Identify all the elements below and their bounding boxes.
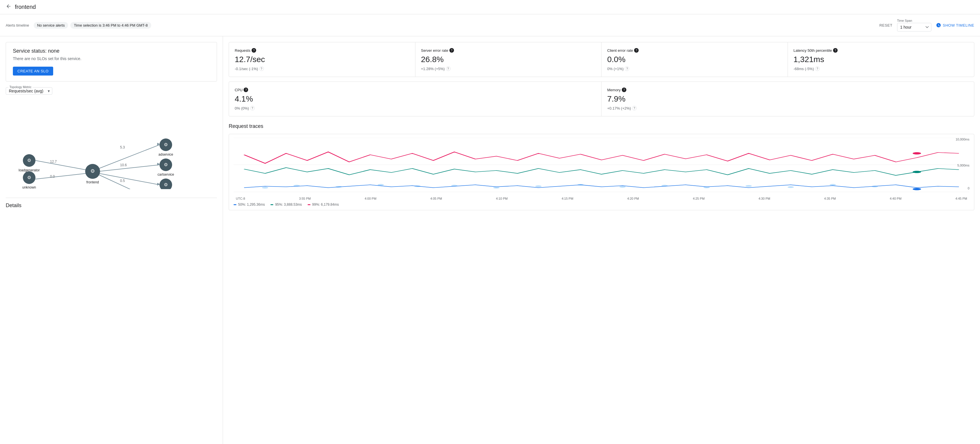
- x-label-2: 4:00 PM: [365, 197, 377, 200]
- metric-help-client-error[interactable]: ?: [634, 48, 639, 53]
- y-max-label: 10,000ms: [956, 137, 969, 141]
- metric-change-client-error: 0% (+1%) ?: [607, 66, 782, 71]
- x-label-10: 4:40 PM: [890, 197, 901, 200]
- metric-header-client-error: Client error rate ?: [607, 48, 782, 53]
- metric-change-server-error: +1.28% (+5%) ?: [421, 66, 596, 71]
- traces-chart-container: 10,000ms 5,000ms 0: [229, 134, 974, 210]
- alerts-timeline-label: Alerts timeline: [6, 23, 29, 27]
- x-label-11: 4:45 PM: [955, 197, 967, 200]
- time-span-select[interactable]: 1 hour 6 hours 1 day 7 days: [897, 23, 931, 32]
- metric-label-server-error: Server error rate: [421, 48, 448, 53]
- traces-section: Request traces 10,000ms 5,000ms 0: [229, 123, 974, 210]
- svg-line-2: [99, 145, 159, 169]
- metric-value-memory: 7.9%: [607, 94, 968, 104]
- metric-change-help-latency[interactable]: ?: [815, 66, 819, 71]
- svg-point-49: [746, 185, 752, 187]
- svg-text:0.0: 0.0: [50, 174, 55, 179]
- legend-dot-99: [308, 204, 310, 205]
- no-alerts-badge: No service alerts: [34, 22, 68, 29]
- metric-change-help-client-error[interactable]: ?: [625, 66, 629, 71]
- time-span-container: Time Span 1 hour 6 hours 1 day 7 days: [897, 19, 931, 32]
- metric-help-server-error[interactable]: ?: [449, 48, 454, 53]
- svg-text:⚙: ⚙: [27, 158, 31, 163]
- svg-text:⚙: ⚙: [164, 142, 168, 147]
- page-title: frontend: [15, 4, 36, 10]
- metric-value-latency: 1,321ms: [794, 55, 969, 64]
- metric-help-cpu[interactable]: ?: [243, 88, 248, 92]
- svg-line-3: [99, 165, 159, 171]
- metric-card-requests: Requests ? 12.7/sec -0.1/sec (-1%) ?: [229, 42, 415, 77]
- topology-svg: 12.7 0.0 5.3 10.6 0.5 - ⚙ loadgenerator …: [6, 101, 223, 189]
- svg-text:frontend: frontend: [86, 180, 99, 184]
- svg-point-53: [913, 188, 921, 190]
- x-label-5: 4:15 PM: [562, 197, 573, 200]
- legend-item-50: 50%: 1,295.36ms: [234, 203, 265, 206]
- svg-point-37: [262, 187, 268, 188]
- legend-dot-50: [234, 204, 236, 205]
- x-label-6: 4:20 PM: [627, 197, 639, 200]
- metric-change-help-memory[interactable]: ?: [632, 106, 636, 110]
- metric-change-help-requests[interactable]: ?: [259, 66, 264, 71]
- metric-label-cpu: CPU: [235, 88, 242, 92]
- metric-header-requests: Requests ?: [235, 48, 409, 53]
- alerts-right-controls: RESET Time Span 1 hour 6 hours 1 day 7 d…: [879, 19, 974, 32]
- metric-label-client-error: Client error rate: [607, 48, 633, 53]
- metric-header-server-error: Server error rate ?: [421, 48, 596, 53]
- y-min-label: 0: [968, 187, 969, 190]
- legend-label-50: 50%: 1,295.36ms: [238, 203, 265, 206]
- topology-metric-select[interactable]: Requests/sec (avg) Error rate Latency: [9, 89, 49, 93]
- alerts-bar: Alerts timeline No service alerts Time s…: [0, 14, 980, 36]
- metric-label-latency: Latency 50th percentile: [794, 48, 832, 53]
- create-slo-button[interactable]: CREATE AN SLO: [13, 67, 53, 75]
- metric-label-requests: Requests: [235, 48, 250, 53]
- show-timeline-label: SHOW TIMELINE: [943, 23, 974, 27]
- x-label-9: 4:35 PM: [824, 197, 836, 200]
- topology-graph: 12.7 0.0 5.3 10.6 0.5 - ⚙ loadgenerator …: [6, 101, 217, 192]
- traces-chart: 10,000ms 5,000ms 0: [234, 137, 969, 196]
- metric-value-cpu: 4.1%: [235, 94, 595, 104]
- show-timeline-button[interactable]: SHOW TIMELINE: [936, 22, 974, 28]
- chart-legend: 50%: 1,295.36ms 95%: 3,888.53ms 99%: 6,1…: [234, 203, 969, 206]
- x-label-3: 4:05 PM: [430, 197, 442, 200]
- metric-value-client-error: 0.0%: [607, 55, 782, 64]
- time-selection-badge: Time selection is 3:46 PM to 4:46 PM GMT…: [70, 22, 151, 29]
- svg-point-46: [619, 186, 626, 188]
- svg-text:10.6: 10.6: [120, 163, 127, 167]
- svg-point-43: [493, 187, 500, 188]
- service-status-text: There are no SLOs set for this service.: [13, 56, 210, 61]
- metric-help-memory[interactable]: ?: [622, 88, 626, 92]
- metric-change-help-cpu[interactable]: ?: [250, 106, 255, 110]
- system-metric-cpu: CPU ? 4.1% 0% (0%) ?: [229, 82, 601, 116]
- right-panel: Requests ? 12.7/sec -0.1/sec (-1%) ? Ser…: [223, 36, 980, 444]
- legend-dot-95: [270, 204, 273, 205]
- svg-point-44: [535, 185, 541, 187]
- metric-change-requests: -0.1/sec (-1%) ?: [235, 66, 409, 71]
- svg-text:⚙: ⚙: [164, 182, 168, 187]
- svg-text:⚙: ⚙: [27, 175, 31, 180]
- traces-svg: [234, 137, 969, 195]
- chart-x-labels: UTC-8 3:55 PM 4:00 PM 4:05 PM 4:10 PM 4:…: [234, 197, 969, 200]
- metric-card-server-error: Server error rate ? 26.8% +1.28% (+5%) ?: [415, 42, 602, 77]
- metric-header-cpu: CPU ?: [235, 88, 595, 92]
- main-content: Service status: none There are no SLOs s…: [0, 36, 980, 444]
- svg-text:cartservice: cartservice: [158, 172, 174, 177]
- metric-help-requests[interactable]: ?: [251, 48, 256, 53]
- metric-header-latency: Latency 50th percentile ?: [794, 48, 969, 53]
- svg-marker-7: [157, 163, 159, 166]
- timeline-icon: [936, 22, 941, 28]
- back-button[interactable]: [6, 3, 11, 11]
- x-label-1: 3:55 PM: [299, 197, 311, 200]
- svg-text:unknown: unknown: [22, 185, 36, 189]
- svg-point-55: [913, 171, 921, 173]
- service-status-title: Service status: none: [13, 48, 210, 54]
- metric-help-latency[interactable]: ?: [833, 48, 838, 53]
- service-status-card: Service status: none There are no SLOs s…: [6, 42, 217, 81]
- metric-change-help-server-error[interactable]: ?: [446, 66, 450, 71]
- time-span-label: Time Span: [897, 19, 931, 22]
- x-label-4: 4:10 PM: [496, 197, 508, 200]
- svg-text:0.5: 0.5: [120, 179, 125, 183]
- topology-section: Topology Metric Requests/sec (avg) Error…: [6, 87, 217, 192]
- svg-text:⚙: ⚙: [164, 162, 168, 167]
- reset-button[interactable]: RESET: [879, 23, 892, 27]
- metric-label-memory: Memory: [607, 88, 620, 92]
